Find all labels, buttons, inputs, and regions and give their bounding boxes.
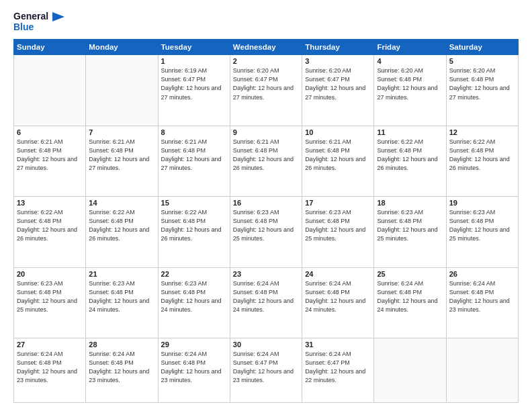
day-info: Sunrise: 6:23 AM Sunset: 6:48 PM Dayligh…	[449, 208, 515, 243]
calendar-cell	[86, 55, 158, 126]
day-info: Sunrise: 6:24 AM Sunset: 6:48 PM Dayligh…	[17, 350, 83, 385]
calendar-cell: 3Sunrise: 6:20 AM Sunset: 6:47 PM Daylig…	[302, 55, 374, 126]
weekday-header: Friday	[374, 40, 446, 55]
day-info: Sunrise: 6:21 AM Sunset: 6:48 PM Dayligh…	[305, 138, 371, 173]
calendar-cell: 16Sunrise: 6:23 AM Sunset: 6:48 PM Dayli…	[230, 197, 302, 267]
calendar-cell: 20Sunrise: 6:23 AM Sunset: 6:48 PM Dayli…	[14, 267, 86, 338]
page: General Blue SundayMondayTuesdayWednesda…	[0, 0, 532, 411]
day-number: 20	[17, 270, 83, 278]
calendar-cell: 19Sunrise: 6:23 AM Sunset: 6:48 PM Dayli…	[446, 197, 518, 267]
day-info: Sunrise: 6:20 AM Sunset: 6:47 PM Dayligh…	[233, 66, 299, 101]
calendar-cell: 29Sunrise: 6:24 AM Sunset: 6:48 PM Dayli…	[158, 338, 230, 403]
day-info: Sunrise: 6:22 AM Sunset: 6:48 PM Dayligh…	[89, 208, 154, 243]
day-number: 19	[449, 199, 515, 207]
weekday-header: Monday	[86, 40, 158, 55]
day-number: 29	[161, 340, 227, 349]
logo-text: General Blue	[13, 11, 64, 32]
day-number: 8	[161, 128, 227, 136]
day-info: Sunrise: 6:20 AM Sunset: 6:47 PM Dayligh…	[305, 66, 371, 101]
day-info: Sunrise: 6:19 AM Sunset: 6:47 PM Dayligh…	[161, 66, 227, 101]
day-number: 28	[89, 340, 154, 349]
day-info: Sunrise: 6:24 AM Sunset: 6:48 PM Dayligh…	[377, 279, 443, 314]
day-number: 16	[233, 199, 299, 207]
calendar-table: SundayMondayTuesdayWednesdayThursdayFrid…	[13, 39, 519, 403]
day-info: Sunrise: 6:24 AM Sunset: 6:48 PM Dayligh…	[161, 350, 227, 385]
day-number: 5	[449, 57, 515, 65]
calendar-cell: 5Sunrise: 6:20 AM Sunset: 6:48 PM Daylig…	[446, 55, 518, 126]
logo: General Blue	[13, 11, 64, 32]
day-info: Sunrise: 6:21 AM Sunset: 6:48 PM Dayligh…	[161, 138, 227, 173]
calendar-cell: 11Sunrise: 6:22 AM Sunset: 6:48 PM Dayli…	[374, 126, 446, 196]
logo-arrow-icon	[52, 12, 64, 21]
calendar-cell	[374, 338, 446, 403]
header: General Blue	[13, 11, 519, 32]
day-number: 17	[305, 199, 371, 207]
calendar-cell: 21Sunrise: 6:23 AM Sunset: 6:48 PM Dayli…	[86, 267, 158, 338]
day-number: 18	[377, 199, 443, 207]
day-number: 31	[305, 340, 371, 349]
calendar-cell: 22Sunrise: 6:23 AM Sunset: 6:48 PM Dayli…	[158, 267, 230, 338]
day-number: 4	[377, 57, 443, 65]
calendar-cell: 30Sunrise: 6:24 AM Sunset: 6:47 PM Dayli…	[230, 338, 302, 403]
day-info: Sunrise: 6:22 AM Sunset: 6:48 PM Dayligh…	[449, 138, 515, 173]
day-number: 3	[305, 57, 371, 65]
day-number: 21	[89, 270, 154, 278]
day-info: Sunrise: 6:20 AM Sunset: 6:48 PM Dayligh…	[377, 66, 443, 101]
calendar-cell: 24Sunrise: 6:24 AM Sunset: 6:48 PM Dayli…	[302, 267, 374, 338]
calendar-cell: 7Sunrise: 6:21 AM Sunset: 6:48 PM Daylig…	[86, 126, 158, 196]
day-number: 14	[89, 199, 154, 207]
calendar-cell: 6Sunrise: 6:21 AM Sunset: 6:48 PM Daylig…	[14, 126, 86, 196]
calendar-cell: 26Sunrise: 6:24 AM Sunset: 6:48 PM Dayli…	[446, 267, 518, 338]
day-info: Sunrise: 6:20 AM Sunset: 6:48 PM Dayligh…	[449, 66, 515, 101]
day-number: 26	[449, 270, 515, 278]
calendar-cell: 1Sunrise: 6:19 AM Sunset: 6:47 PM Daylig…	[158, 55, 230, 126]
calendar-cell: 2Sunrise: 6:20 AM Sunset: 6:47 PM Daylig…	[230, 55, 302, 126]
calendar-cell: 15Sunrise: 6:22 AM Sunset: 6:48 PM Dayli…	[158, 197, 230, 267]
svg-marker-0	[52, 12, 64, 21]
day-number: 1	[161, 57, 227, 65]
day-number: 24	[305, 270, 371, 278]
day-number: 22	[161, 270, 227, 278]
calendar-cell: 25Sunrise: 6:24 AM Sunset: 6:48 PM Dayli…	[374, 267, 446, 338]
calendar-cell: 17Sunrise: 6:23 AM Sunset: 6:48 PM Dayli…	[302, 197, 374, 267]
calendar-cell: 10Sunrise: 6:21 AM Sunset: 6:48 PM Dayli…	[302, 126, 374, 196]
day-info: Sunrise: 6:23 AM Sunset: 6:48 PM Dayligh…	[377, 208, 443, 243]
day-info: Sunrise: 6:21 AM Sunset: 6:48 PM Dayligh…	[233, 138, 299, 173]
day-number: 13	[17, 199, 83, 207]
calendar-cell: 9Sunrise: 6:21 AM Sunset: 6:48 PM Daylig…	[230, 126, 302, 196]
day-number: 23	[233, 270, 299, 278]
calendar-cell: 31Sunrise: 6:24 AM Sunset: 6:47 PM Dayli…	[302, 338, 374, 403]
day-number: 15	[161, 199, 227, 207]
day-number: 12	[449, 128, 515, 136]
day-info: Sunrise: 6:23 AM Sunset: 6:48 PM Dayligh…	[89, 279, 154, 314]
day-number: 10	[305, 128, 371, 136]
day-number: 25	[377, 270, 443, 278]
day-info: Sunrise: 6:24 AM Sunset: 6:48 PM Dayligh…	[305, 279, 371, 314]
calendar-cell: 14Sunrise: 6:22 AM Sunset: 6:48 PM Dayli…	[86, 197, 158, 267]
day-info: Sunrise: 6:24 AM Sunset: 6:47 PM Dayligh…	[305, 350, 371, 385]
day-info: Sunrise: 6:22 AM Sunset: 6:48 PM Dayligh…	[161, 208, 227, 243]
day-info: Sunrise: 6:21 AM Sunset: 6:48 PM Dayligh…	[17, 138, 83, 173]
day-info: Sunrise: 6:22 AM Sunset: 6:48 PM Dayligh…	[17, 208, 83, 243]
weekday-header: Thursday	[302, 40, 374, 55]
calendar-cell	[14, 55, 86, 126]
calendar-cell: 23Sunrise: 6:24 AM Sunset: 6:48 PM Dayli…	[230, 267, 302, 338]
day-number: 11	[377, 128, 443, 136]
day-info: Sunrise: 6:24 AM Sunset: 6:48 PM Dayligh…	[449, 279, 515, 314]
day-info: Sunrise: 6:24 AM Sunset: 6:48 PM Dayligh…	[233, 279, 299, 314]
day-info: Sunrise: 6:24 AM Sunset: 6:48 PM Dayligh…	[89, 350, 154, 385]
weekday-header: Sunday	[14, 40, 86, 55]
day-info: Sunrise: 6:21 AM Sunset: 6:48 PM Dayligh…	[89, 138, 154, 173]
day-info: Sunrise: 6:23 AM Sunset: 6:48 PM Dayligh…	[233, 208, 299, 243]
calendar-cell: 28Sunrise: 6:24 AM Sunset: 6:48 PM Dayli…	[86, 338, 158, 403]
day-number: 9	[233, 128, 299, 136]
weekday-header: Wednesday	[230, 40, 302, 55]
day-info: Sunrise: 6:24 AM Sunset: 6:47 PM Dayligh…	[233, 350, 299, 385]
day-number: 6	[17, 128, 83, 136]
weekday-header: Saturday	[446, 40, 518, 55]
day-number: 2	[233, 57, 299, 65]
day-info: Sunrise: 6:22 AM Sunset: 6:48 PM Dayligh…	[377, 138, 443, 173]
calendar-cell: 18Sunrise: 6:23 AM Sunset: 6:48 PM Dayli…	[374, 197, 446, 267]
calendar-cell: 12Sunrise: 6:22 AM Sunset: 6:48 PM Dayli…	[446, 126, 518, 196]
calendar-cell: 13Sunrise: 6:22 AM Sunset: 6:48 PM Dayli…	[14, 197, 86, 267]
